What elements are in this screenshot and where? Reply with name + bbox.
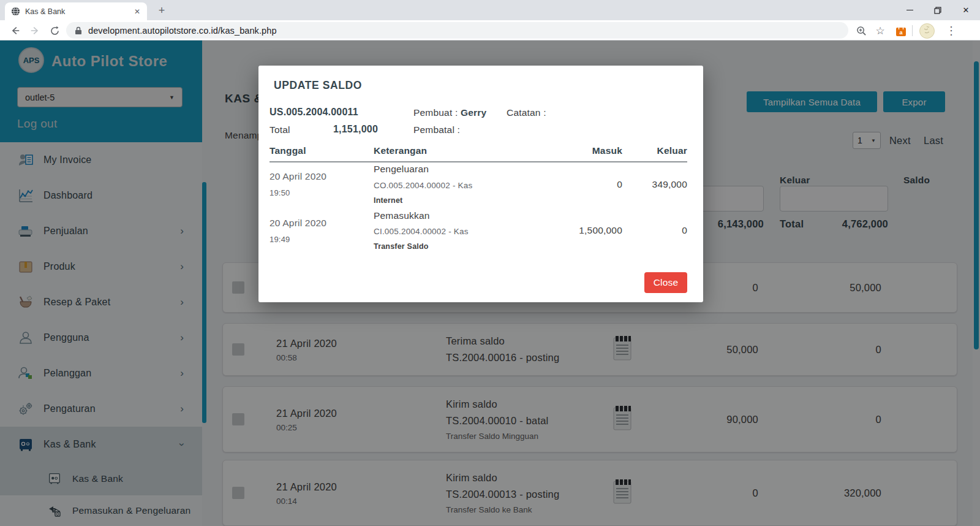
lock-icon — [75, 26, 82, 35]
pembuat-field: Pembuat : Gerry — [413, 107, 486, 118]
pembuat-value: Gerry — [461, 107, 486, 118]
close-button[interactable]: Close — [644, 272, 687, 293]
modal-row-masuk: 0 — [552, 179, 622, 190]
modal-col-masuk: Masuk — [552, 145, 622, 156]
favicon-globe-icon — [11, 7, 20, 16]
address-bar[interactable]: development.autopilotstore.co.id/kas_ban… — [66, 22, 848, 39]
tab-title: Kas & Bank — [25, 7, 127, 16]
modal-title: UPDATE SALDO — [274, 79, 362, 92]
modal-row-keluar: 0 — [617, 225, 687, 236]
page-viewport: APS Auto Pilot Store outlet-5 ▼ Log out … — [0, 40, 980, 526]
window-restore-button[interactable] — [924, 0, 952, 20]
modal-row-date: 20 April 2020 — [270, 171, 326, 182]
update-saldo-modal: UPDATE SALDO US.005.2004.00011 Pembuat :… — [258, 66, 703, 302]
toolbar-divider — [912, 25, 913, 36]
modal-col-tanggal: Tanggal — [270, 145, 306, 156]
modal-row-type: Pengeluaran — [374, 164, 429, 175]
catatan-field: Catatan : — [507, 107, 546, 118]
modal-total-value: 1,151,000 — [333, 124, 378, 135]
profile-avatar[interactable] — [919, 23, 935, 39]
reload-button[interactable] — [47, 23, 62, 39]
modal-row-ref: CI.005.2004.00002 - Kas — [374, 227, 469, 236]
modal-row-time: 19:49 — [270, 235, 290, 244]
zoom-icon[interactable] — [853, 23, 869, 39]
extension-bag-icon[interactable]: a — [893, 23, 909, 39]
forward-button[interactable] — [27, 23, 43, 39]
tab-close-icon[interactable]: ✕ — [132, 7, 142, 16]
modal-row-masuk: 1,500,000 — [552, 225, 622, 236]
pembatal-field: Pembatal : — [413, 124, 460, 135]
back-button[interactable] — [7, 23, 23, 39]
window-controls: ✕ — [895, 0, 980, 20]
modal-row-time: 19:50 — [270, 188, 290, 197]
window-close-button[interactable]: ✕ — [952, 0, 980, 20]
browser-toolbar: development.autopilotstore.co.id/kas_ban… — [0, 20, 980, 40]
modal-row-category: Internet — [374, 196, 402, 205]
modal-row-ref: CO.005.2004.00002 - Kas — [374, 181, 472, 190]
modal-row-date: 20 April 2020 — [270, 218, 326, 229]
modal-code: US.005.2004.00011 — [270, 107, 358, 118]
url-text: development.autopilotstore.co.id/kas_ban… — [88, 26, 277, 36]
modal-col-keluar: Keluar — [616, 145, 687, 156]
modal-total-label: Total — [270, 124, 290, 135]
modal-table-divider — [270, 161, 687, 162]
modal-row-category: Transfer Saldo — [374, 242, 429, 251]
window-minimize-button[interactable] — [895, 0, 924, 20]
browser-menu-kebab-icon[interactable]: ⋮ — [943, 23, 959, 39]
bookmark-star-icon[interactable]: ☆ — [872, 23, 888, 39]
modal-col-keterangan: Keterangan — [374, 145, 427, 156]
browser-tab[interactable]: Kas & Bank ✕ — [5, 2, 147, 20]
browser-tab-strip: Kas & Bank ✕ + ✕ — [0, 0, 980, 20]
modal-row-type: Pemasukkan — [374, 210, 430, 221]
screen: Kas & Bank ✕ + ✕ development.autopilotst… — [0, 0, 980, 526]
modal-row-keluar: 349,000 — [617, 179, 687, 190]
new-tab-button[interactable]: + — [153, 2, 170, 20]
